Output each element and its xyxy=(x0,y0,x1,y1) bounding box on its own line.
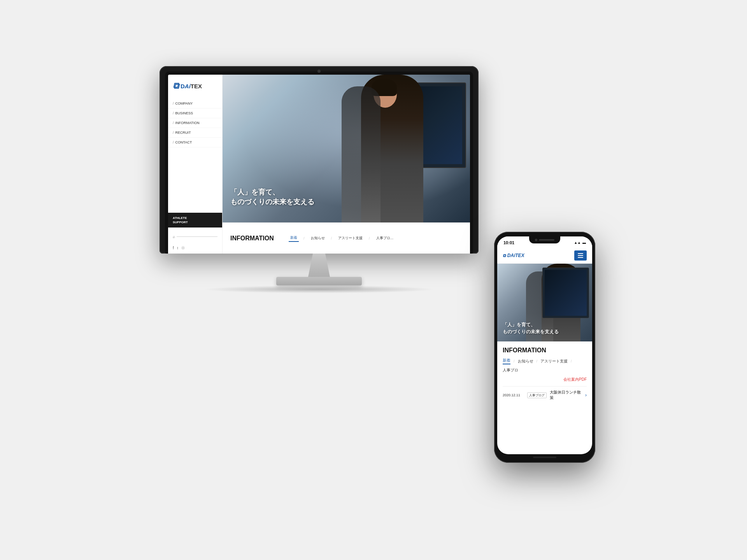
site-logo: ⧉ DAiTEX xyxy=(168,81,222,99)
facebook-icon[interactable]: f xyxy=(173,246,174,250)
phone-logo-icon: ⧉ xyxy=(503,253,506,258)
phone-camera xyxy=(535,239,537,241)
phone-info-section: INFORMATION 新着 / お知らせ / アスリート支援 / 人事ブロ 会… xyxy=(497,341,592,409)
nav-recruit[interactable]: RECRUIT xyxy=(168,128,222,138)
phone-logo: ⧉ DAiTEX xyxy=(503,252,524,258)
phone-menu-button[interactable] xyxy=(574,250,587,261)
instagram-icon[interactable]: ☉ xyxy=(181,246,185,250)
phone-status-icons: ▲▲ ▬ xyxy=(574,241,586,245)
monitor-bezel: ⧉ DAiTEX COMPANY BUSINESS INFORMATION RE… xyxy=(165,72,473,254)
site-main-content: 「人」を育て、 ものづくりの未来を支える INFORMATION 新着 / お知… xyxy=(223,75,470,254)
nav-information[interactable]: INFORMATION xyxy=(168,118,222,128)
monitor-camera xyxy=(317,70,321,73)
desktop-monitor: ⧉ DAiTEX COMPANY BUSINESS INFORMATION RE… xyxy=(160,66,479,293)
phone-pdf-link[interactable]: 会社案内PDF xyxy=(503,377,587,382)
menu-line-1 xyxy=(578,253,583,254)
phone-notch xyxy=(529,236,560,243)
social-icons: f 𝔱 ☉ xyxy=(168,243,222,254)
phone-hero-line1: 「人」を育て、 xyxy=(503,321,559,328)
phone-bg-screen xyxy=(545,270,587,316)
hero-line2: ものづくりの未来を支える xyxy=(230,197,314,207)
info-tabs: 新着 / お知らせ / アスリート支援 / 人事ブロ… xyxy=(289,234,395,242)
phone-tab-jinji[interactable]: 人事ブロ xyxy=(503,368,518,373)
hero-line1: 「人」を育て、 xyxy=(230,187,314,197)
tab-oshirase[interactable]: お知らせ xyxy=(309,235,326,242)
monitor-screen: ⧉ DAiTEX COMPANY BUSINESS INFORMATION RE… xyxy=(168,75,470,254)
hero-area: 「人」を育て、 ものづくりの未来を支える xyxy=(223,75,470,222)
battery-icon: ▬ xyxy=(582,241,586,245)
phone-bg-monitor xyxy=(542,268,589,318)
phone-home-indicator xyxy=(533,457,556,458)
phone-info-title: INFORMATION xyxy=(503,347,587,354)
phone-outer: 10:01 ▲▲ ▬ ⧉ DAiTEX xyxy=(494,232,595,463)
phone-news-item[interactable]: 2020.12.11 人事ブログ 大阪休日ランチ散策 › xyxy=(503,386,587,404)
logo-wordmark: DAiTEX xyxy=(181,82,202,90)
info-title: INFORMATION xyxy=(230,235,277,242)
logo-icon: ⧉ xyxy=(173,81,179,91)
nav-search-area: ⌕ xyxy=(168,231,222,243)
phone-speaker xyxy=(539,239,554,241)
chevron-right-icon: › xyxy=(585,392,587,398)
phone-tab-oshirase[interactable]: お知らせ xyxy=(518,359,533,364)
phone-info-tabs: 新着 / お知らせ / アスリート支援 / 人事ブロ xyxy=(503,358,587,373)
hero-tagline: 「人」を育て、 ものづくりの未来を支える xyxy=(230,187,314,207)
tab-athlete[interactable]: アスリート支援 xyxy=(337,235,364,242)
info-section: INFORMATION 新着 / お知らせ / アスリート支援 / 人事ブロ… xyxy=(223,222,470,254)
menu-line-2 xyxy=(578,255,583,256)
menu-line-3 xyxy=(578,257,583,258)
phone-logo-text: DAiTEX xyxy=(507,253,524,258)
monitor-shadow xyxy=(202,285,436,293)
phone-hero-line2: ものづくりの未来を支える xyxy=(503,328,559,335)
phone-tab-shinchaku[interactable]: 新着 xyxy=(503,358,510,364)
site-sidebar: ⧉ DAiTEX COMPANY BUSINESS INFORMATION RE… xyxy=(168,75,223,254)
wifi-icon: ▲▲ xyxy=(574,241,581,245)
phone-hero-tagline: 「人」を育て、 ものづくりの未来を支える xyxy=(503,321,559,335)
nav-athlete-support[interactable]: ATHLETESUPPORT xyxy=(168,213,222,228)
monitor-stand-neck xyxy=(303,254,335,277)
phone-time: 10:01 xyxy=(503,240,514,245)
nav-company[interactable]: COMPANY xyxy=(168,99,222,108)
nav-contact[interactable]: CONTACT xyxy=(168,138,222,147)
search-icon[interactable]: ⌕ xyxy=(173,234,175,239)
twitter-icon[interactable]: 𝔱 xyxy=(177,246,178,250)
phone-device: 10:01 ▲▲ ▬ ⧉ DAiTEX xyxy=(494,232,595,463)
phone-news-badge: 人事ブログ xyxy=(527,392,547,398)
tab-jinji[interactable]: 人事ブロ… xyxy=(375,235,395,242)
tab-shinchaku[interactable]: 新着 xyxy=(289,234,299,242)
nav-business[interactable]: BUSINESS xyxy=(168,108,222,118)
phone-hero: 「人」を育て、 ものづくりの未来を支える xyxy=(497,264,592,341)
scene: ⧉ DAiTEX COMPANY BUSINESS INFORMATION RE… xyxy=(140,66,607,494)
phone-screen: 10:01 ▲▲ ▬ ⧉ DAiTEX xyxy=(497,236,592,454)
monitor-outer: ⧉ DAiTEX COMPANY BUSINESS INFORMATION RE… xyxy=(160,66,479,254)
phone-tab-athlete[interactable]: アスリート支援 xyxy=(540,359,568,364)
phone-news-date: 2020.12.11 xyxy=(503,393,524,397)
monitor-stand-base xyxy=(276,277,362,285)
phone-news-title: 大阪休日ランチ散策 xyxy=(550,390,582,401)
search-underline xyxy=(177,236,217,237)
hero-person-bg xyxy=(342,86,381,222)
phone-site-header: ⧉ DAiTEX xyxy=(497,247,592,264)
